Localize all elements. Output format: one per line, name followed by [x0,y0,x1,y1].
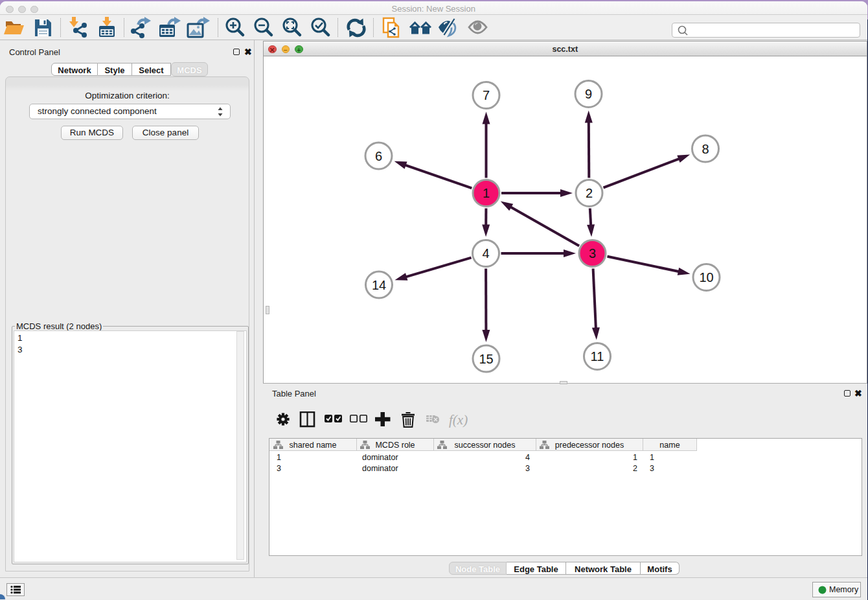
svg-text:6: 6 [375,149,382,163]
svg-text:4: 4 [482,246,489,260]
svg-text:8: 8 [702,142,709,156]
svg-text:7: 7 [483,88,490,102]
svg-text:10: 10 [699,270,713,284]
svg-text:11: 11 [591,349,604,363]
svg-text:f(x): f(x) [449,412,468,428]
svg-text:15: 15 [479,352,493,366]
svg-text:3: 3 [589,246,596,260]
svg-text:1: 1 [483,186,490,200]
svg-text:2: 2 [586,186,593,200]
svg-text:9: 9 [585,87,592,101]
svg-text:14: 14 [372,278,386,292]
